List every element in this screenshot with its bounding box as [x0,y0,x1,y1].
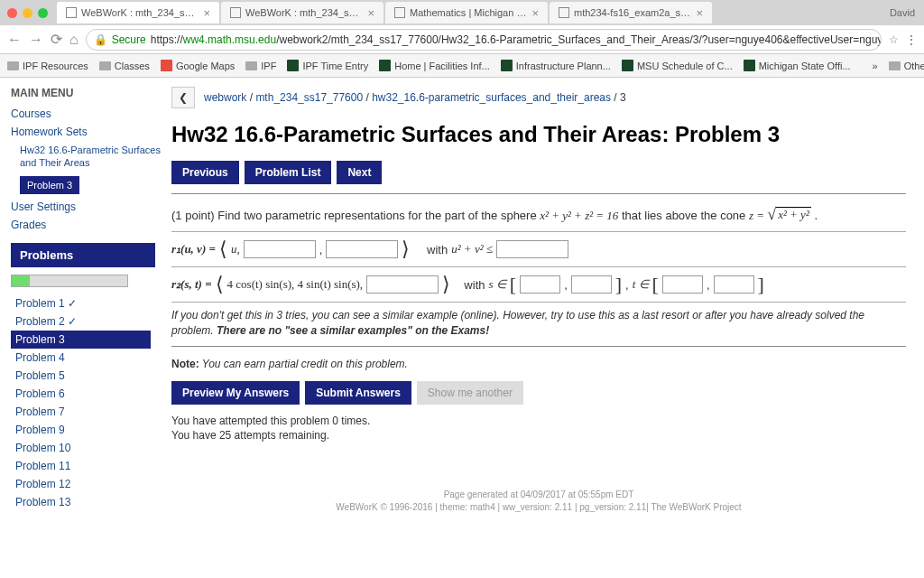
angle-bracket-icon: ⟨ [219,238,227,261]
preview-button[interactable]: Preview My Answers [171,381,300,405]
maximize-window-icon[interactable] [38,8,48,18]
other-bookmarks[interactable]: Other Bookmarks [889,61,924,71]
address-bar[interactable]: 🔒 Secure https://ww4.math.msu.edu/webwor… [86,29,882,51]
tab-bar: WeBWorK : mth_234_ss17_77 × WeBWorK : mt… [0,0,924,25]
problem-link[interactable]: Problem 6 [11,385,151,403]
t-low-input[interactable] [662,275,703,294]
next-button[interactable]: Next [337,161,382,184]
with-text: with [464,278,485,292]
browser-tab[interactable]: mth234-fs16_exam2a_solutio × [550,2,712,23]
close-icon[interactable]: × [203,6,210,20]
bookmark-item[interactable]: Classes [99,61,150,71]
cone-lhs: z = [749,209,767,222]
nav-bar: ← → ⟳ ⌂ 🔒 Secure https://ww4.math.msu.ed… [0,25,924,54]
close-icon[interactable]: × [531,6,539,20]
bookmark-item[interactable]: Infrastructure Plann... [501,60,611,71]
site-icon [744,60,755,71]
previous-button[interactable]: Previous [171,161,239,184]
back-button[interactable]: ← [7,32,22,48]
close-icon[interactable]: × [367,6,374,20]
grades-link[interactable]: Grades [11,216,162,234]
forward-button[interactable]: → [29,32,43,48]
hw-name-link[interactable]: Hw32 16.6-Parametric Surfaces and Their … [11,141,162,172]
s-high-input[interactable] [571,275,612,294]
folder-icon [99,61,111,70]
breadcrumb-link[interactable]: webwork [204,91,246,104]
angle-bracket-icon: ⟩ [402,238,410,261]
bookmark-item[interactable]: Michigan State Offi... [744,60,851,71]
problem-link[interactable]: Problem 5 [11,367,151,385]
bookmark-chevron[interactable]: » [873,61,878,71]
bookmark-item[interactable]: IPF [245,61,276,71]
browser-tab[interactable]: WeBWorK : mth_234_ss17_77 × [57,2,219,23]
problem-link[interactable]: Problem 7 [11,403,151,421]
problem-box: (1 point) Find two parametric representa… [171,193,906,347]
r2-input-3[interactable] [366,275,439,294]
current-problem-box[interactable]: Problem 3 [20,176,79,194]
main-menu-header: MAIN MENU [11,87,162,99]
sphere-equation: x² + y² + z² = 16 [540,209,618,222]
t-high-input[interactable] [714,275,754,294]
breadcrumb: webwork / mth_234_ss17_77600 / hw32_16.6… [204,91,626,104]
problem-link[interactable]: Problem 4 [11,349,151,367]
problem-link[interactable]: Problem 1 ✓ [11,294,151,312]
courses-link[interactable]: Courses [11,105,162,123]
r1-input-2[interactable] [244,240,316,258]
prompt-text: that lies above the cone [622,209,749,222]
condition-1: u² + v² ≤ [451,242,493,256]
user-settings-link[interactable]: User Settings [11,198,162,216]
breadcrumb-back-button[interactable]: ❮ [171,87,195,108]
page-icon [394,7,405,18]
bookmark-item[interactable]: MSU Schedule of C... [622,60,733,71]
browser-tab[interactable]: WeBWorK : mth_234_ss17_77 × [221,2,383,23]
submit-button[interactable]: Submit Answers [305,381,411,405]
problem-link[interactable]: Problem 9 [11,421,151,439]
s-low-input[interactable] [520,275,560,294]
problem-link[interactable]: Problem 12 [11,475,151,493]
breadcrumb-link[interactable]: hw32_16.6-parametric_surfaces_and_their_… [372,91,611,104]
problem-list-button[interactable]: Problem List [245,161,332,184]
browser-tab[interactable]: Mathematics | Michigan State × [385,2,548,23]
bookmark-item[interactable]: IPF Resources [7,61,88,71]
maps-icon [161,60,172,71]
site-icon [622,60,633,71]
browser-chrome: WeBWorK : mth_234_ss17_77 × WeBWorK : mt… [0,0,924,78]
bookmark-item[interactable]: Home | Facilities Inf... [379,60,490,71]
secure-label: Secure [112,33,146,46]
sidebar: MAIN MENU Courses Homework Sets Hw32 16.… [0,78,162,578]
r2-label: r₂(s, t) = [171,277,212,292]
breadcrumb-link[interactable]: mth_234_ss17_77600 [255,91,363,104]
home-button[interactable]: ⌂ [69,32,79,48]
problem-link-active[interactable]: Problem 3 [11,331,151,349]
minimize-window-icon[interactable] [23,8,32,18]
problem-link[interactable]: Problem 10 [11,439,151,457]
bookmark-item[interactable]: IPF Time Entry [287,60,368,71]
folder-icon [7,61,19,70]
problem-link[interactable]: Problem 13 [11,493,151,511]
sqrt-expression: √x² + y² [767,205,811,224]
hint-text: If you don't get this in 3 tries, you ca… [171,303,906,339]
window-controls [7,8,48,18]
bookmark-bar: IPF Resources Classes Google Maps IPF IP… [0,54,924,78]
close-window-icon[interactable] [7,8,17,18]
reload-button[interactable]: ⟳ [51,31,62,48]
r1-bound-input[interactable] [496,240,568,258]
progress-bar [11,275,162,287]
problem-link[interactable]: Problem 11 [11,457,151,475]
page-icon [559,7,569,18]
note: Note: You can earn partial credit on thi… [171,358,906,370]
profile-name[interactable]: David [881,7,924,18]
tab-title: WeBWorK : mth_234_ss17_77 [81,7,199,18]
angle-bracket-icon: ⟨ [216,273,224,296]
lock-icon: 🔒 [94,33,107,46]
r1-input-3[interactable] [326,240,398,258]
star-icon[interactable]: ☆ [889,33,899,46]
with-text: with [427,243,448,256]
homework-sets-link[interactable]: Homework Sets [11,123,162,141]
close-icon[interactable]: × [696,6,703,20]
u-component: u, [231,242,240,256]
tab-title: Mathematics | Michigan State [410,7,527,18]
problem-link[interactable]: Problem 2 ✓ [11,312,151,331]
menu-icon[interactable]: ⋮ [906,33,917,46]
bookmark-item[interactable]: Google Maps [161,60,235,71]
